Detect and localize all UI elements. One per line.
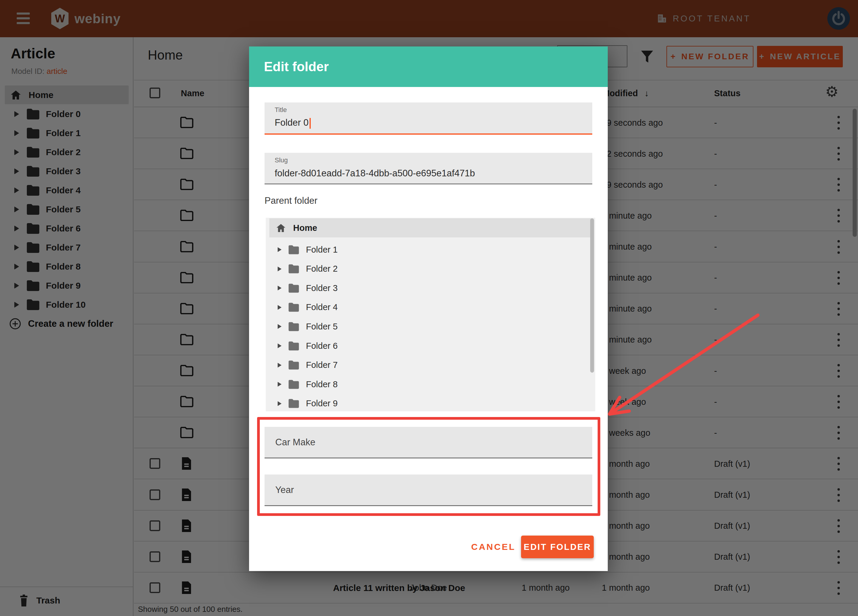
tree-item-folder-2[interactable]: Folder 2 xyxy=(266,259,595,279)
folder-icon xyxy=(288,322,299,332)
tree-item-folder-3[interactable]: Folder 3 xyxy=(266,279,595,298)
tree-item-folder-7[interactable]: Folder 7 xyxy=(266,356,595,375)
dialog-title: Edit folder xyxy=(264,59,329,74)
folder-icon xyxy=(288,341,299,351)
parent-folder-label: Parent folder xyxy=(264,196,317,206)
folder-icon xyxy=(288,303,299,312)
app-root: W webiny ROOT TENANT xyxy=(0,0,858,616)
expand-caret-icon[interactable] xyxy=(278,286,281,290)
slug-field[interactable]: Slug folder-8d01eadd-7a18-4dbb-a500-e695… xyxy=(264,153,592,185)
expand-caret-icon[interactable] xyxy=(278,382,281,386)
tree-item-folder-5[interactable]: Folder 5 xyxy=(266,317,595,336)
expand-caret-icon[interactable] xyxy=(278,343,281,348)
slug-field-label: Slug xyxy=(275,157,288,164)
cancel-button[interactable]: CANCEL xyxy=(466,540,520,554)
title-field-label: Title xyxy=(275,106,287,114)
annotation-arrow xyxy=(593,304,772,429)
expand-caret-icon[interactable] xyxy=(278,267,281,272)
expand-caret-icon[interactable] xyxy=(278,324,281,329)
tree-item-folder-4[interactable]: Folder 4 xyxy=(266,298,595,317)
annotation-rectangle xyxy=(257,417,600,516)
folder-icon xyxy=(288,399,299,408)
expand-caret-icon[interactable] xyxy=(278,401,281,406)
tree-item-folder-8[interactable]: Folder 8 xyxy=(266,375,595,394)
dialog-header: Edit folder xyxy=(249,47,608,87)
tree-item-folder-9[interactable]: Folder 9 xyxy=(266,394,595,411)
edit-folder-submit-button[interactable]: EDIT FOLDER xyxy=(521,535,594,558)
title-field[interactable]: Title Folder 0 xyxy=(264,102,592,135)
home-icon xyxy=(277,224,285,232)
title-field-value: Folder 0 xyxy=(275,117,309,128)
tree-item-folder-6[interactable]: Folder 6 xyxy=(266,336,595,355)
expand-caret-icon[interactable] xyxy=(278,247,281,252)
tree-item-home[interactable]: Home xyxy=(269,218,592,237)
folder-icon xyxy=(288,360,299,370)
text-cursor xyxy=(309,118,311,129)
expand-caret-icon[interactable] xyxy=(278,363,281,368)
slug-field-value: folder-8d01eadd-7a18-4dbb-a500-e695e1af4… xyxy=(275,168,475,179)
folder-icon xyxy=(288,264,299,274)
folder-icon xyxy=(288,245,299,254)
tree-item-folder-1[interactable]: Folder 1 xyxy=(266,240,595,259)
expand-caret-icon[interactable] xyxy=(278,305,281,310)
folder-icon xyxy=(288,380,299,389)
folder-icon xyxy=(288,283,299,293)
parent-folder-tree: Home Folder 1 Folder 2 Folder 3 xyxy=(266,218,595,411)
